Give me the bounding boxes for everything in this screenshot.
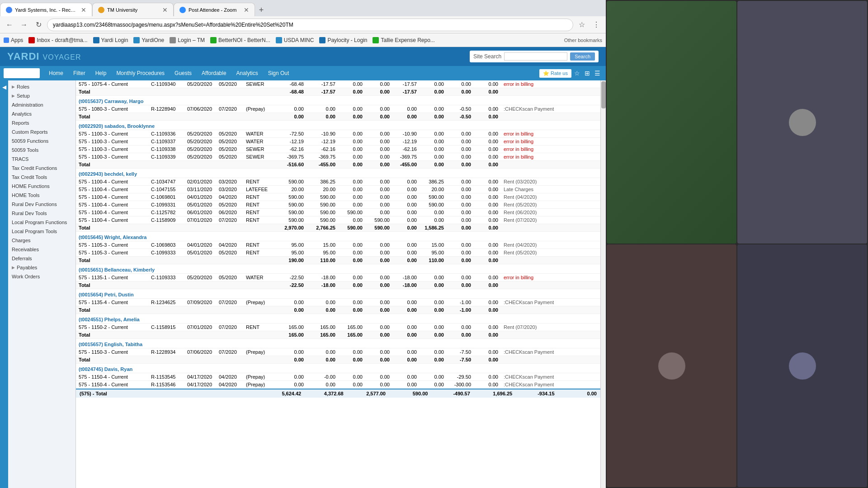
- row-col7: 0.00: [447, 209, 474, 216]
- bookmark-button[interactable]: ☆: [576, 19, 588, 31]
- sidebar-item-custom-reports[interactable]: Custom Reports: [8, 127, 75, 136]
- bookmark-usda[interactable]: USDA MINC: [276, 37, 314, 43]
- sidebar-item-deferrals[interactable]: Deferrals: [8, 254, 75, 263]
- sidebar-item-roles[interactable]: ▶ Roles: [8, 82, 75, 91]
- nav-monthly-procedures[interactable]: Monthly Procedures: [112, 66, 169, 80]
- site-search-input[interactable]: [504, 52, 567, 61]
- row-note: Rent (07/2020): [501, 216, 600, 224]
- sidebar-toggle[interactable]: ◀: [0, 80, 8, 488]
- bookmark-inbox[interactable]: Inbox - dcraft@tma...: [28, 37, 87, 43]
- nav-guests[interactable]: Guests: [170, 66, 196, 80]
- nav-list-button[interactable]: ☰: [593, 70, 602, 77]
- reload-button[interactable]: ↻: [33, 19, 44, 31]
- tab-tmuniversity[interactable]: TM University ✕: [92, 3, 174, 16]
- table-group-header: (t0015657) English, Tabitha: [76, 339, 600, 348]
- nav-affordable[interactable]: Affordable: [197, 66, 231, 80]
- nav-sign-out[interactable]: Sign Out: [264, 66, 294, 80]
- table-row[interactable]: 575 - 1150-4 - Current R-1153546 04/17/2…: [76, 381, 600, 389]
- bookmark-tallie[interactable]: Tallie Expense Repo...: [373, 37, 434, 43]
- table-row[interactable]: 575 - 1150-4 - Current R-1153545 04/17/2…: [76, 373, 600, 381]
- sidebar-item-payables[interactable]: ▶ Payables: [8, 263, 75, 272]
- bookmark-apps[interactable]: Apps: [4, 37, 23, 43]
- sidebar-item-rural-dev-functions[interactable]: Rural Dev Functions: [8, 200, 75, 209]
- scrollbar-thumb[interactable]: [601, 81, 606, 108]
- address-input[interactable]: [47, 19, 573, 31]
- sidebar-item-tax-credit-functions[interactable]: Tax Credit Functions: [8, 164, 75, 173]
- sidebar-item-rural-dev-tools[interactable]: Rural Dev Tools: [8, 209, 75, 218]
- nav-filter[interactable]: Filter: [69, 66, 90, 80]
- nav-search-input[interactable]: [4, 68, 40, 78]
- sidebar-item-tracs[interactable]: TRACS: [8, 155, 75, 164]
- sidebar-item-home-tools[interactable]: HOME Tools: [8, 191, 75, 200]
- table-row[interactable]: 575 - 1105-3 - Current C-1099333 05/01/2…: [76, 249, 600, 257]
- table-group-header: (t0015651) Bellanceau, Kimberly: [76, 264, 600, 274]
- table-row[interactable]: 575 - 1135-1 - Current C-1109333 05/20/2…: [76, 274, 600, 282]
- sidebar-item-50059-functions[interactable]: 50059 Functions: [8, 136, 75, 145]
- row-col7: 0.00: [447, 324, 474, 331]
- bookmark-yardione[interactable]: YardiOne: [133, 37, 164, 43]
- tab-yardi[interactable]: Yardi Systems, Inc. - Receivable ... ✕: [0, 3, 92, 16]
- table-row[interactable]: 575 - 1100-4 - Current C-1069801 04/01/2…: [76, 193, 600, 201]
- total-date2: [216, 306, 243, 314]
- row-col4: 0.00: [365, 373, 392, 381]
- table-row[interactable]: 575 - 1075-4 - Current C-1109340 05/20/2…: [76, 80, 600, 88]
- sidebar-item-local-program-tools[interactable]: Local Program Tools: [8, 227, 75, 236]
- tab-close-yardi[interactable]: ✕: [81, 6, 86, 14]
- bookmark-betternoi[interactable]: BetterNOI - BetterN...: [210, 37, 270, 43]
- table-row[interactable]: 575 - 1135-4 - Current R-1234625 07/09/2…: [76, 299, 600, 306]
- table-row[interactable]: 575 - 1100-3 - Current C-1109337 05/20/2…: [76, 138, 600, 145]
- nav-grid-button[interactable]: ⊞: [583, 70, 592, 77]
- tab-zoom[interactable]: Post Attendee - Zoom ✕: [174, 3, 255, 16]
- vertical-scrollbar[interactable]: [600, 80, 606, 488]
- sidebar-label-payables: Payables: [17, 265, 37, 270]
- rate-us-button[interactable]: ⭐ Rate us: [539, 69, 571, 78]
- nav-analytics[interactable]: Analytics: [232, 66, 263, 80]
- sidebar-item-tax-credit-tools[interactable]: Tax Credit Tools: [8, 173, 75, 182]
- sidebar-item-work-orders[interactable]: Work Orders: [8, 272, 75, 281]
- sidebar-item-home-functions[interactable]: HOME Functions: [8, 182, 75, 191]
- sidebar-item-local-program-functions[interactable]: Local Program Functions: [8, 218, 75, 227]
- table-row[interactable]: 575 - 1100-3 - Current C-1109338 05/20/2…: [76, 145, 600, 153]
- other-bookmarks[interactable]: Other bookmarks: [564, 38, 602, 43]
- tab-close-tm[interactable]: ✕: [162, 6, 168, 14]
- sidebar-item-50059-tools[interactable]: 50059 Tools: [8, 145, 75, 155]
- table-row[interactable]: 575 - 1100-3 - Current C-1109336 05/20/2…: [76, 130, 600, 138]
- sidebar-item-receivables[interactable]: Receivables: [8, 245, 75, 254]
- bookmark-yardi[interactable]: Yardi Login: [93, 37, 128, 43]
- more-button[interactable]: ⋮: [590, 19, 602, 31]
- row-col2: 590.00: [307, 201, 338, 209]
- nav-home[interactable]: Home: [44, 66, 68, 80]
- table-row[interactable]: 575 - 1100-4 - Current C-1158909 07/01/2…: [76, 216, 600, 224]
- table-row[interactable]: 575 - 1100-4 - Current C-1099331 05/01/2…: [76, 201, 600, 209]
- bookmark-paylocity[interactable]: Paylocity - Login: [319, 37, 367, 43]
- table-row[interactable]: 575 - 1150-2 - Current C-1158915 07/01/2…: [76, 324, 600, 331]
- new-tab-button[interactable]: +: [255, 4, 268, 16]
- bookmark-logintm[interactable]: Login – TM: [170, 37, 205, 43]
- tab-close-zoom[interactable]: ✕: [244, 6, 249, 14]
- row-col2: 20.00: [307, 186, 338, 193]
- table-row[interactable]: 575 - 1100-4 - Current C-1034747 02/01/2…: [76, 178, 600, 186]
- row-date2: 05/2020: [216, 138, 243, 145]
- total-col6: 0.00: [420, 306, 447, 314]
- total-col8: 0.00: [474, 306, 501, 314]
- sidebar-item-administration[interactable]: Administration: [8, 100, 75, 109]
- sidebar-item-reports[interactable]: Reports: [8, 118, 75, 127]
- table-row[interactable]: 575 - 1080-3 - Current R-1228940 07/06/2…: [76, 105, 600, 113]
- nav-star-button[interactable]: ☆: [572, 70, 582, 77]
- table-row[interactable]: 575 - 1100-4 - Current C-1047155 03/11/2…: [76, 186, 600, 193]
- table-row[interactable]: 575 - 1100-4 - Current C-1125782 06/01/2…: [76, 209, 600, 216]
- row-col4: 0.00: [365, 209, 392, 216]
- sidebar-item-setup[interactable]: ▶ Setup: [8, 91, 75, 100]
- back-button[interactable]: ←: [4, 19, 15, 31]
- table-row[interactable]: 575 - 1100-3 - Current C-1109339 05/20/2…: [76, 153, 600, 161]
- table-row[interactable]: 575 - 1150-3 - Current R-1228934 07/06/2…: [76, 348, 600, 356]
- sidebar-item-analytics[interactable]: Analytics: [8, 109, 75, 118]
- forward-button[interactable]: →: [18, 19, 30, 31]
- row-desc: SEWER: [243, 153, 275, 161]
- row-col6: 0.00: [420, 105, 447, 113]
- table-row[interactable]: 575 - 1105-3 - Current C-1069803 04/01/2…: [76, 241, 600, 249]
- site-search-button[interactable]: Search: [570, 52, 595, 61]
- nav-help[interactable]: Help: [91, 66, 111, 80]
- sidebar-item-charges[interactable]: Charges: [8, 236, 75, 245]
- row-col7: -0.50: [447, 105, 474, 113]
